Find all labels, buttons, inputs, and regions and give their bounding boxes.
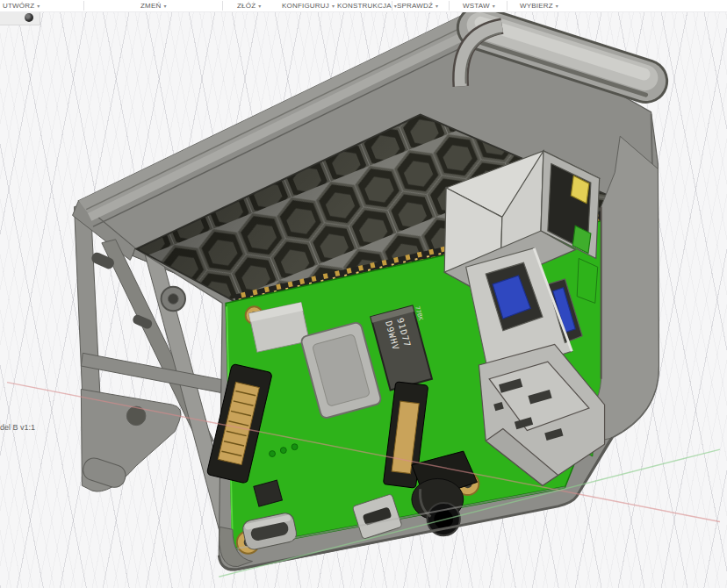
menu-label: WYBIERZ [520,2,553,10]
menu-label: WSTAW [463,2,490,10]
menu-konstrukcja[interactable]: KONSTRUKCJA▾ [337,0,397,11]
menu-sprawdz[interactable]: SPRAWDŹ▾ [397,0,438,11]
chevron-down-icon: ▾ [258,4,261,9]
menu-utworz[interactable]: UTWÓRZ▾ [3,0,40,11]
menu-label: SPRAWDŹ [397,2,433,10]
chevron-down-icon: ▾ [493,4,495,9]
document-version-label: del B v1:1 [0,423,35,432]
menu-wstaw[interactable]: WSTAW▾ [463,0,495,11]
viewport-3d[interactable]: 91D77 D9WHV 77BK [0,11,727,588]
menu-label: KONSTRUKCJA [337,2,392,10]
menu-label: UTWÓRZ [3,2,34,10]
model-canvas[interactable]: 91D77 D9WHV 77BK [0,11,727,588]
menu-zmien[interactable]: ZMEŃ▾ [140,0,167,11]
menu-label: ZŁÓŻ [237,2,256,10]
main-toolbar: UTWÓRZ▾ ZMEŃ▾ ZŁÓŻ▾ KONFIGURUJ▾ KONSTRUK… [0,0,727,12]
chevron-down-icon: ▾ [556,4,558,9]
toolbar-separator [83,1,84,11]
chevron-down-icon: ▾ [332,4,335,9]
toolbar-separator [392,1,392,11]
chevron-down-icon: ▾ [435,4,438,9]
menu-zloz[interactable]: ZŁÓŻ▾ [237,0,261,11]
menu-konfiguruj[interactable]: KONFIGURUJ▾ [282,0,335,11]
menu-label: ZMEŃ [140,2,161,10]
toolbar-separator [507,1,507,11]
menu-wybierz[interactable]: WYBIERZ▾ [520,0,558,11]
chevron-down-icon: ▾ [163,4,166,9]
cad-app-window: UTWÓRZ▾ ZMEŃ▾ ZŁÓŻ▾ KONFIGURUJ▾ KONSTRUK… [0,0,727,588]
chevron-down-icon: ▾ [37,4,40,9]
menu-label: KONFIGURUJ [282,2,329,10]
toolbar-separator [449,1,450,11]
toolbar-separator [222,1,223,11]
record-dot-icon [25,13,33,22]
